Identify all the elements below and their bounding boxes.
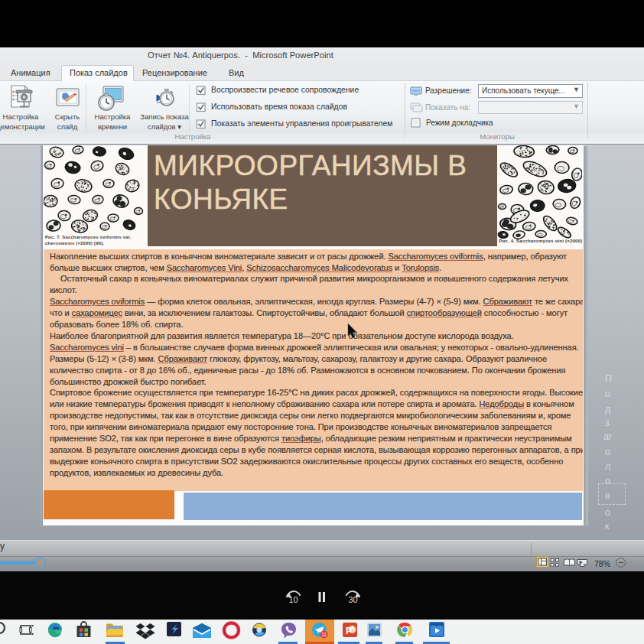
svg-text:P: P [346, 626, 352, 636]
svg-text:Рис. 4. Saccharomyces vini (×2: Рис. 4. Saccharomyces vini (×2000) [499, 239, 582, 243]
svg-text:11: 11 [321, 632, 327, 637]
svg-text:10: 10 [288, 595, 298, 604]
svg-text:cherosiensis (×2000) [90].: cherosiensis (×2000) [90]. [45, 241, 104, 246]
svg-text:Рис. 7. Saccharomyces oviformi: Рис. 7. Saccharomyces oviformis var. [45, 235, 132, 239]
svg-text:30: 30 [348, 595, 357, 604]
